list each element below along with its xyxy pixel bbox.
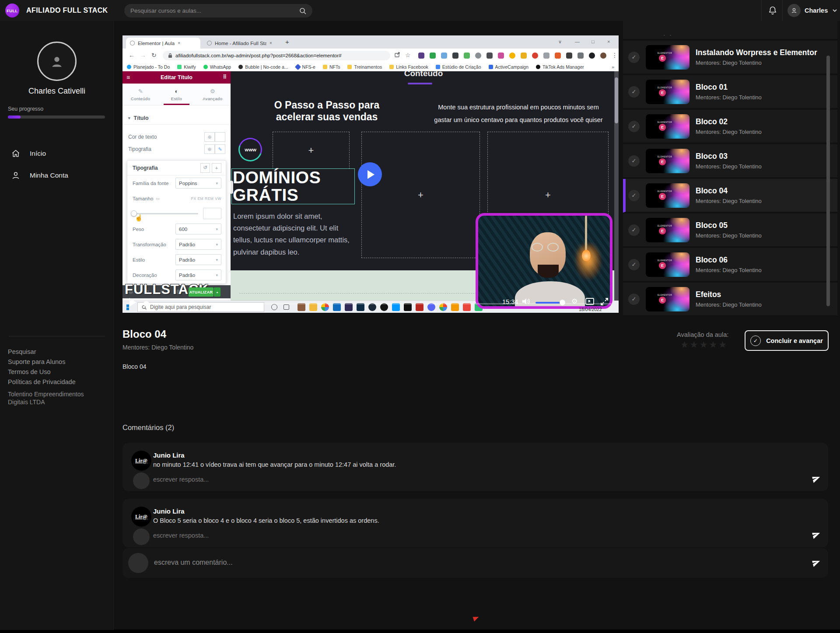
comments-heading: Comentários (2): [122, 423, 174, 432]
typography-popover: Tipografia ↺ + Família da fonte Poppins▾…: [127, 160, 226, 284]
browser-tab: Home - Afiliado Full Stack ×: [203, 38, 280, 49]
presenter-beard: [538, 265, 559, 278]
user-menu[interactable]: Charles: [788, 4, 838, 17]
footer-link-privacidade[interactable]: Políticas de Privacidade: [8, 378, 76, 385]
bookmark-item: Kiwify: [177, 64, 196, 70]
user-avatar-icon: [788, 4, 801, 17]
topbar-divider: [761, 0, 762, 21]
tab-close-icon: ×: [178, 41, 180, 45]
canvas-title-underline: [408, 83, 432, 84]
elementor-panel: ≡ Editar Título ⠿ ✎ Conteúdo ◐ Estilo ⚙ …: [122, 71, 231, 301]
canvas-subtext: Monte sua estrutura profissional em pouc…: [431, 101, 606, 126]
completed-check-icon: ✓: [628, 259, 640, 270]
chevron-down-icon: [832, 7, 838, 14]
footer-link-pesquisar[interactable]: Pesquisar: [8, 348, 36, 355]
comment-card: Lir@ Junio Lira no minuto 12:41 o vídeo …: [122, 443, 828, 491]
sidebar-divider: [9, 336, 105, 336]
video-widget-play-icon: [358, 162, 382, 186]
progress-label: Seu progresso: [8, 106, 43, 112]
star-icon[interactable]: ★: [700, 339, 708, 350]
window-close-icon: ×: [607, 39, 610, 44]
time-display: 15:34: [502, 298, 518, 305]
completed-check-icon: ✓: [628, 155, 640, 167]
lesson-thumbnail: ELEMENTORE: [646, 218, 690, 242]
extension-icon: [486, 52, 493, 59]
playlist-item[interactable]: ✓ ELEMENTORE EfeitosMentores: Diego Tole…: [623, 283, 837, 316]
playlist-item[interactable]: ✓ ELEMENTORE Bloco 02Mentores: Diego Tol…: [623, 110, 837, 143]
sidebar-item-label: Minha Conta: [30, 171, 68, 179]
font-family-select: Poppins▾: [175, 178, 221, 189]
playlist-item-active[interactable]: ✓ ELEMENTORE Bloco 04Mentores: Diego Tol…: [623, 179, 837, 213]
star-icon[interactable]: ★: [709, 339, 717, 350]
complete-advance-button[interactable]: ✓ Concluir e avançar: [745, 330, 829, 351]
volume-knob[interactable]: [560, 300, 565, 305]
volume-slider[interactable]: [536, 302, 563, 304]
playlist-item-partial[interactable]: · ·: [623, 21, 837, 40]
lesson-mentors: Mentores: Diego Tolentino: [122, 344, 193, 351]
tab-conteudo: ✎ Conteúdo: [122, 84, 158, 105]
canvas-scrollbar: [614, 71, 619, 301]
gear-icon: ⚙: [210, 88, 215, 94]
tab-estilo: ◐ Estilo: [158, 84, 194, 105]
topbar: FULL AFILIADO FULL STACK Charles: [0, 0, 840, 21]
progress-fill: [8, 115, 21, 119]
hand-cursor-icon: ☝: [135, 214, 143, 222]
tab-avancado: ⚙ Avançado: [195, 84, 231, 105]
playlist-item[interactable]: ✓ ELEMENTORE Bloco 05Mentores: Diego Tol…: [623, 213, 837, 247]
tab-favicon-icon: [130, 41, 135, 45]
profile-avatar-icon: [600, 52, 606, 59]
star-icon[interactable]: ★: [690, 339, 698, 350]
video-browser-toolbar: ← → ↻ afiliadofullstack.com.br/wp-admin/…: [122, 49, 619, 63]
playlist-item[interactable]: ✓ ELEMENTORE Bloco 01Mentores: Diego Tol…: [623, 75, 837, 109]
brand-title: AFILIADO FULL STACK: [26, 7, 108, 14]
volume-icon[interactable]: [522, 297, 530, 305]
comment-text: no minuto 12:41 o vídeo trava ai tem que…: [153, 461, 396, 468]
footer-link-suporte[interactable]: Suporte para Alunos: [8, 358, 65, 365]
search-icon[interactable]: [299, 7, 306, 14]
send-icon[interactable]: [812, 474, 821, 484]
progress-knob[interactable]: [144, 301, 149, 307]
fullscreen-icon[interactable]: [600, 297, 609, 306]
row-size: Tamanho▭ PX EM REM VW: [127, 191, 226, 206]
bookmark-item: Planejado - To Do: [127, 64, 170, 70]
pip-icon[interactable]: [585, 298, 594, 305]
star-icon[interactable]: ★: [718, 339, 727, 350]
grid-icon: ⠿: [223, 74, 227, 80]
playlist-scrollbar[interactable]: [826, 56, 830, 306]
completed-check-icon: ✓: [628, 86, 640, 98]
completed-check-icon: ✓: [628, 52, 640, 63]
settings-gear-icon[interactable]: ⚙: [571, 297, 578, 305]
new-comment-input[interactable]: [154, 559, 793, 567]
send-icon[interactable]: [812, 530, 821, 540]
bookmark-item: Estúdio de Criação: [436, 64, 481, 70]
color-swatch: [215, 132, 225, 142]
playlist-item[interactable]: ✓ ELEMENTORE Instalando Worpress e Eleme…: [623, 41, 837, 74]
video-player[interactable]: Elementor | Aula × Home - Afiliado Full …: [122, 35, 619, 313]
play-button[interactable]: [130, 298, 136, 307]
notifications-bell-icon[interactable]: [768, 6, 777, 15]
reply-avatar: [133, 472, 150, 489]
footer-link-termos[interactable]: Termos de Uso: [8, 368, 51, 375]
playlist-item[interactable]: ✓ ELEMENTORE Bloco 03Mentores: Diego Tol…: [623, 144, 837, 178]
browser-menu-icon: ⋮: [612, 52, 618, 59]
search-input[interactable]: [130, 7, 299, 14]
decoration-select: Padrão▾: [175, 269, 221, 280]
send-icon[interactable]: [812, 558, 821, 568]
tab-favicon-icon: [207, 41, 212, 45]
reply-input[interactable]: [153, 476, 809, 483]
new-tab-icon: +: [285, 38, 289, 45]
rating-stars[interactable]: ★ ★ ★ ★ ★: [680, 339, 727, 350]
sidebar-item-minha-conta[interactable]: Minha Conta: [0, 166, 114, 185]
plus-icon: +: [418, 189, 424, 201]
reply-input[interactable]: [153, 532, 809, 539]
reset-icon: ↺: [200, 163, 210, 173]
lesson-thumbnail: ELEMENTORE: [646, 287, 690, 311]
sidebar-item-inicio[interactable]: Início: [0, 144, 114, 163]
playlist-item[interactable]: ✓ ELEMENTORE Bloco 06Mentores: Diego Tol…: [623, 248, 837, 282]
star-icon[interactable]: ★: [680, 339, 689, 350]
profile-avatar[interactable]: [37, 42, 77, 81]
video-bookmarks-bar: Planejado - To Do Kiwify WhatsApp Bubble…: [122, 63, 619, 71]
hamburger-icon: ≡: [126, 74, 130, 81]
course-search[interactable]: [124, 4, 312, 17]
weight-select: 600▾: [175, 224, 221, 234]
